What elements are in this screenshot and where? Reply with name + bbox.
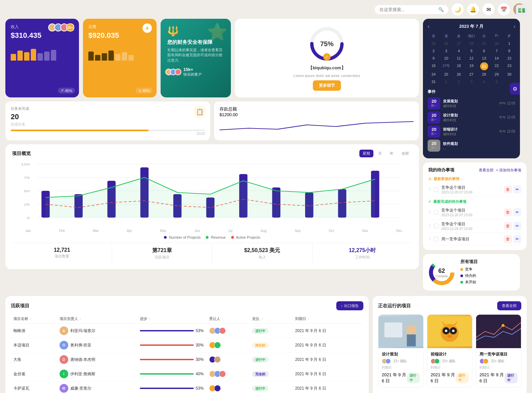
cal-next-btn[interactable]: › xyxy=(514,23,515,29)
cal-12[interactable]: 12 xyxy=(465,55,477,62)
svg-rect-42 xyxy=(476,316,521,346)
delete-todo-1[interactable]: 🗑 xyxy=(504,185,512,193)
notification-btn[interactable]: 🔔 xyxy=(467,3,479,15)
cal-10[interactable]: 10 xyxy=(440,55,452,62)
col-status[interactable]: 龙位 ↕ xyxy=(249,314,292,324)
cal-label-sa: 萨 xyxy=(503,33,515,40)
add-expense-btn[interactable]: + xyxy=(143,23,152,33)
row-2-manager-name: 奥利弗·班亚 xyxy=(70,342,91,348)
cal-19[interactable]: 19 xyxy=(465,62,477,70)
todo-item-1-actions: 🗑 ✏ xyxy=(504,185,521,193)
table-row: 本适项目 O 奥利弗·班亚 30% xyxy=(11,338,363,352)
col-due[interactable]: 到期日 ↕ xyxy=(292,314,363,324)
cal-1[interactable]: 1 xyxy=(503,40,515,47)
tab-month[interactable]: 月 xyxy=(375,150,385,157)
cal-2[interactable]: 2 xyxy=(428,48,440,54)
cal-5b[interactable]: 5 xyxy=(491,78,503,85)
cal-9[interactable]: 9 xyxy=(428,55,440,62)
edit-todo-1[interactable]: ✏ xyxy=(513,185,521,193)
cal-18[interactable]: 18 xyxy=(453,62,465,70)
event-1-day: 20 xyxy=(430,99,438,104)
cal-23[interactable]: 23 xyxy=(503,62,515,70)
cal-28b[interactable]: 28 xyxy=(478,71,490,78)
delete-todo-3[interactable]: 🗑 xyxy=(504,222,512,230)
cal-3[interactable]: 3 xyxy=(440,48,452,54)
tab-week[interactable]: 星期 xyxy=(359,150,373,157)
cal-prev-btn[interactable]: ‹ xyxy=(428,23,429,29)
cal-16[interactable]: 16 xyxy=(428,62,440,70)
export-report-btn[interactable]: ↑ 出口报告 xyxy=(336,301,364,310)
tab-all[interactable]: 全部 xyxy=(398,150,412,157)
cal-27b[interactable]: 27 xyxy=(465,71,477,78)
row-5-assignees xyxy=(206,381,250,393)
edit-todo-2[interactable]: ✏ xyxy=(513,208,521,216)
edit-todo-3[interactable]: ✏ xyxy=(513,222,521,230)
cal-29[interactable]: 29 xyxy=(478,40,490,47)
col-manager[interactable]: 项目负责人 ↕ xyxy=(57,314,137,324)
cal-14[interactable]: 14 xyxy=(491,55,503,62)
calendar-btn[interactable]: 📅 xyxy=(498,3,510,15)
cal-22[interactable]: 22 xyxy=(491,62,503,70)
x-jun: Jun xyxy=(195,229,200,233)
cal-30[interactable]: 30 xyxy=(491,40,503,47)
edit-todo-4[interactable]: ✏ xyxy=(513,235,521,243)
more-details-btn[interactable]: 更多细节 xyxy=(313,80,341,91)
cal-2b[interactable]: 2 xyxy=(453,78,465,85)
cal-17[interactable]: 17号 xyxy=(440,62,452,70)
event-1-date: 20 周一 xyxy=(428,97,440,109)
cal-8[interactable]: 8 xyxy=(503,48,515,54)
cal-30b[interactable]: 30 xyxy=(503,71,515,78)
cal-4b[interactable]: 4 xyxy=(478,78,490,85)
tab-year[interactable]: 年 xyxy=(386,150,397,157)
drag-icon-2: ⠿ xyxy=(428,210,431,215)
col-name[interactable]: 项目名称 ↕ xyxy=(11,314,57,324)
mode-toggle[interactable]: 🌙 xyxy=(452,3,464,15)
cal-27[interactable]: 27 xyxy=(453,40,465,47)
cal-21-today[interactable]: 21 xyxy=(480,62,488,70)
warning-icon: ⚠ xyxy=(428,177,432,181)
cal-26b[interactable]: 26 xyxy=(453,71,465,78)
cal-3b[interactable]: 3 xyxy=(465,78,477,85)
col-progress[interactable]: 进步 ↕ xyxy=(137,314,206,324)
cal-1b[interactable]: 1 xyxy=(440,78,452,85)
cal-13[interactable]: 13 xyxy=(478,55,490,62)
proj-card-3-status: 进行中 xyxy=(505,373,518,383)
cal-31[interactable]: 31 xyxy=(428,78,440,85)
cal-26[interactable]: 26 xyxy=(440,40,452,47)
expense-percent-value: 45% xyxy=(143,89,150,93)
settings-btn[interactable]: ⚙ xyxy=(510,83,520,94)
proj-card-1-team: 21+ 团队 xyxy=(382,359,420,364)
cal-24[interactable]: 24 xyxy=(428,71,440,78)
delete-todo-4[interactable]: 🗑 xyxy=(504,235,512,243)
todo-group-1-label: 最新要做的事情 xyxy=(434,176,459,181)
proj-card-1-due: 到期日 xyxy=(382,365,420,370)
todo-check-1[interactable] xyxy=(434,187,439,192)
running-title: 正在运行的项目 xyxy=(378,303,411,309)
cal-28[interactable]: 28 xyxy=(465,40,477,47)
cal-15[interactable]: 15 xyxy=(503,55,515,62)
proj-card-2-team: 21+ 团队 xyxy=(431,359,469,364)
search-input[interactable] xyxy=(379,7,436,12)
tasks-sub: 完成任务 xyxy=(11,122,205,127)
cal-29b[interactable]: 29 xyxy=(491,71,503,78)
row-2-due: 2021 年 9 月 6 日 xyxy=(292,338,363,352)
todo-check-4[interactable] xyxy=(434,237,439,241)
delete-todo-2[interactable]: 🗑 xyxy=(504,208,512,216)
col-assignee[interactable]: 受让人 ↕ xyxy=(206,314,250,324)
cal-25b[interactable]: 25 xyxy=(440,71,452,78)
cal-4[interactable]: 4 xyxy=(453,48,465,54)
todo-check-2[interactable] xyxy=(434,210,439,215)
cal-7[interactable]: 7 xyxy=(491,48,503,54)
gauge-lorem: Lorem ipsum dolor sat amet, consectetur xyxy=(293,74,360,78)
cal-6[interactable]: 6 xyxy=(478,48,490,54)
todo-check-3[interactable] xyxy=(434,224,439,228)
add-todo-btn[interactable]: + 添加待办事项 xyxy=(496,168,521,173)
search-box[interactable]: 🔍 xyxy=(375,5,448,14)
view-all-todo[interactable]: 查看全部 xyxy=(479,168,494,173)
view-all-projects-btn[interactable]: 查看全部 xyxy=(497,301,521,310)
cal-25[interactable]: 25 xyxy=(428,40,440,47)
cal-11[interactable]: 11 xyxy=(453,55,465,62)
mail-btn[interactable]: ✉ xyxy=(482,3,495,15)
event-4-name: 软件规划 xyxy=(443,141,513,146)
cal-5[interactable]: 5 xyxy=(465,48,477,54)
